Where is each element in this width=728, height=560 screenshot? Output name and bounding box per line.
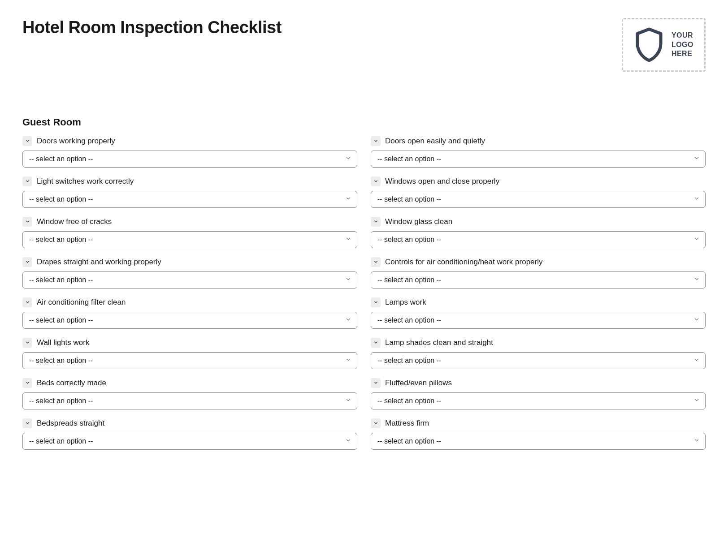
checklist-item: Doors working properly-- select an optio… (22, 136, 357, 168)
select-placeholder-text: -- select an option -- (29, 155, 93, 163)
checklist-item-header: Beds correctly made (22, 378, 357, 388)
checklist-item-label: Controls for air conditioning/heat work … (385, 258, 543, 267)
chevron-down-icon (373, 379, 378, 387)
select-wrapper: -- select an option -- (22, 392, 357, 409)
select-wrapper: -- select an option -- (22, 191, 357, 208)
select-wrapper: -- select an option -- (371, 271, 706, 289)
chevron-down-icon (25, 379, 30, 387)
select-placeholder-text: -- select an option -- (29, 236, 93, 244)
option-select[interactable]: -- select an option -- (22, 231, 357, 248)
option-select[interactable]: -- select an option -- (22, 392, 357, 409)
expand-toggle[interactable] (22, 217, 32, 227)
expand-toggle[interactable] (22, 338, 32, 348)
expand-toggle[interactable] (371, 257, 381, 267)
chevron-down-icon (693, 155, 700, 163)
expand-toggle[interactable] (371, 177, 381, 186)
checklist-item-label: Fluffed/even pillows (385, 379, 452, 388)
option-select[interactable]: -- select an option -- (371, 271, 706, 289)
option-select[interactable]: -- select an option -- (22, 433, 357, 450)
option-select[interactable]: -- select an option -- (22, 271, 357, 289)
chevron-down-icon (25, 218, 30, 226)
chevron-down-icon (25, 339, 30, 347)
expand-toggle[interactable] (22, 136, 32, 146)
checklist-item: Beds correctly made-- select an option -… (22, 378, 357, 409)
checklist-item: Lamps work-- select an option -- (371, 297, 706, 329)
option-select[interactable]: -- select an option -- (22, 352, 357, 369)
select-wrapper: -- select an option -- (22, 433, 357, 450)
checklist-grid: Doors working properly-- select an optio… (22, 136, 706, 459)
option-select[interactable]: -- select an option -- (371, 151, 706, 168)
checklist-item-header: Drapes straight and working properly (22, 257, 357, 267)
option-select[interactable]: -- select an option -- (22, 312, 357, 329)
chevron-down-icon (345, 357, 351, 365)
checklist-item-header: Window free of cracks (22, 217, 357, 227)
select-wrapper: -- select an option -- (371, 231, 706, 248)
expand-toggle[interactable] (371, 217, 381, 227)
expand-toggle[interactable] (22, 297, 32, 307)
logo-placeholder[interactable]: YOUR LOGO HERE (622, 18, 706, 72)
checklist-item-header: Mattress firm (371, 418, 706, 428)
checklist-item-label: Lamp shades clean and straight (385, 338, 493, 347)
chevron-down-icon (693, 357, 700, 365)
expand-toggle[interactable] (22, 257, 32, 267)
checklist-item: Lamp shades clean and straight-- select … (371, 338, 706, 369)
expand-toggle[interactable] (22, 378, 32, 388)
select-wrapper: -- select an option -- (22, 231, 357, 248)
expand-toggle[interactable] (371, 418, 381, 428)
chevron-down-icon (693, 276, 700, 284)
checklist-item-header: Light switches work correctly (22, 177, 357, 186)
chevron-down-icon (25, 258, 30, 266)
checklist-item: Doors open easily and quietly-- select a… (371, 136, 706, 168)
checklist-item-header: Windows open and close properly (371, 177, 706, 186)
chevron-down-icon (345, 437, 351, 445)
checklist-item-label: Drapes straight and working properly (37, 258, 161, 267)
chevron-down-icon (345, 397, 351, 405)
shield-icon (634, 27, 664, 62)
select-placeholder-text: -- select an option -- (29, 397, 93, 405)
option-select[interactable]: -- select an option -- (371, 352, 706, 369)
select-wrapper: -- select an option -- (22, 151, 357, 168)
select-placeholder-text: -- select an option -- (377, 357, 441, 365)
chevron-down-icon (345, 276, 351, 284)
checklist-item: Window free of cracks-- select an option… (22, 217, 357, 248)
checklist-item-label: Wall lights work (37, 338, 89, 347)
checklist-item: Mattress firm-- select an option -- (371, 418, 706, 450)
chevron-down-icon (373, 258, 378, 266)
option-select[interactable]: -- select an option -- (371, 392, 706, 409)
option-select[interactable]: -- select an option -- (22, 151, 357, 168)
checklist-item-header: Doors working properly (22, 136, 357, 146)
checklist-item: Light switches work correctly-- select a… (22, 177, 357, 208)
option-select[interactable]: -- select an option -- (371, 433, 706, 450)
expand-toggle[interactable] (371, 378, 381, 388)
select-wrapper: -- select an option -- (371, 352, 706, 369)
expand-toggle[interactable] (371, 297, 381, 307)
chevron-down-icon (345, 316, 351, 324)
checklist-item-label: Windows open and close properly (385, 177, 499, 186)
option-select[interactable]: -- select an option -- (371, 191, 706, 208)
select-wrapper: -- select an option -- (371, 433, 706, 450)
checklist-item-header: Wall lights work (22, 338, 357, 348)
option-select[interactable]: -- select an option -- (22, 191, 357, 208)
checklist-item: Wall lights work-- select an option -- (22, 338, 357, 369)
chevron-down-icon (693, 397, 700, 405)
checklist-item: Window glass clean-- select an option -- (371, 217, 706, 248)
option-select[interactable]: -- select an option -- (371, 231, 706, 248)
select-placeholder-text: -- select an option -- (377, 316, 441, 324)
chevron-down-icon (373, 298, 378, 306)
checklist-item-label: Bedspreads straight (37, 419, 104, 428)
checklist-item-header: Window glass clean (371, 217, 706, 227)
select-placeholder-text: -- select an option -- (377, 437, 441, 445)
select-wrapper: -- select an option -- (371, 392, 706, 409)
checklist-item-label: Doors working properly (37, 137, 115, 146)
chevron-down-icon (373, 137, 378, 145)
checklist-item-header: Bedspreads straight (22, 418, 357, 428)
option-select[interactable]: -- select an option -- (371, 312, 706, 329)
expand-toggle[interactable] (22, 177, 32, 186)
expand-toggle[interactable] (371, 338, 381, 348)
checklist-item-label: Doors open easily and quietly (385, 137, 485, 146)
chevron-down-icon (25, 137, 30, 145)
expand-toggle[interactable] (22, 418, 32, 428)
checklist-item-header: Lamps work (371, 297, 706, 307)
checklist-item: Windows open and close properly-- select… (371, 177, 706, 208)
expand-toggle[interactable] (371, 136, 381, 146)
